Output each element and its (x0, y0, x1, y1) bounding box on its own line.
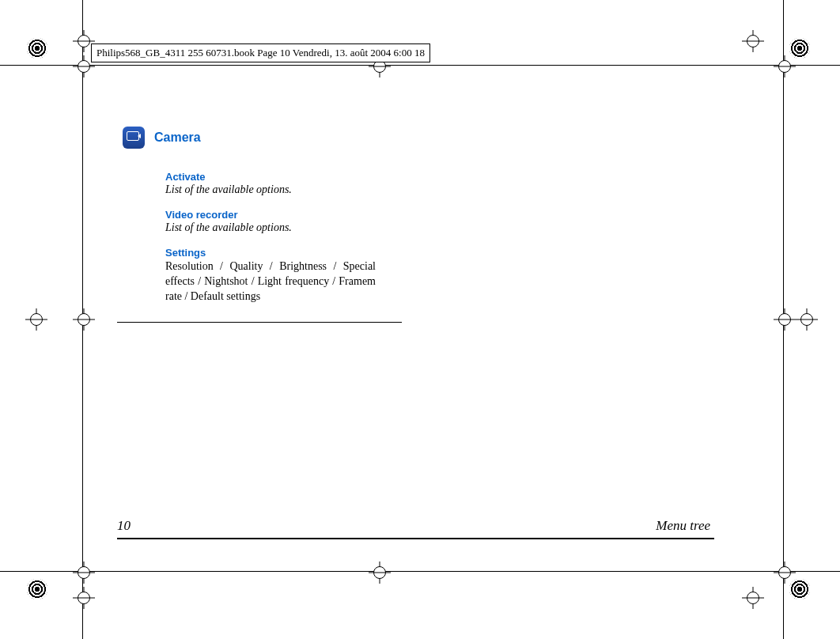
registration-target-icon (27, 579, 47, 599)
menu-heading: Settings (165, 247, 376, 259)
menu-block-activate: Activate List of the available options. (165, 171, 376, 196)
crosshair-icon (774, 561, 796, 584)
crosshair-icon (73, 561, 95, 584)
crop-line-bottom (0, 571, 840, 572)
crop-line-top (0, 65, 840, 66)
crosshair-icon (742, 30, 764, 52)
column-separator (117, 322, 402, 323)
page-number: 10 (117, 518, 131, 534)
footer-rule (117, 538, 714, 539)
registration-target-icon (27, 38, 47, 59)
crosshair-icon (742, 587, 764, 609)
crosshair-icon (774, 55, 796, 78)
crosshair-icon (796, 308, 818, 331)
crosshair-icon (73, 587, 95, 609)
page-footer: 10 Menu tree (117, 518, 710, 537)
menu-block-video-recorder: Video recorder List of the available opt… (165, 209, 376, 234)
crosshair-icon (369, 561, 391, 584)
menu-body: Resolution / Quality / Brightness / Spec… (165, 259, 376, 304)
crosshair-icon (73, 308, 95, 331)
content-column: Camera Activate List of the available op… (123, 127, 376, 317)
chapter-title: Menu tree (656, 518, 710, 534)
menu-heading: Video recorder (165, 209, 376, 221)
crosshair-icon (25, 308, 47, 331)
menu-block-settings: Settings Resolution / Quality / Brightne… (165, 247, 376, 304)
menu-body: List of the available options. (165, 183, 376, 196)
section-title: Camera (154, 130, 201, 145)
crosshair-icon (774, 308, 796, 331)
header-file-path: Philips568_GB_4311 255 60731.book Page 1… (91, 43, 430, 62)
menu-body: List of the available options. (165, 221, 376, 234)
camera-icon (123, 127, 145, 149)
menu-heading: Activate (165, 171, 376, 183)
